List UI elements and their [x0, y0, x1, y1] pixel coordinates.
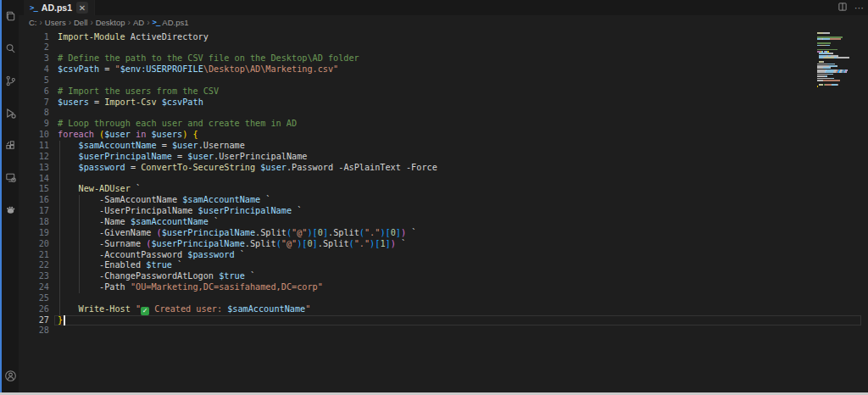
line-number[interactable]: 18 [19, 217, 49, 228]
line-number[interactable]: 22 [19, 260, 49, 271]
breadcrumb-ad[interactable]: AD [133, 18, 144, 27]
line-number[interactable]: 28 [19, 325, 49, 337]
code-line[interactable]: 4$csvPath = "$env:USERPROFILE\Desktop\AD… [19, 64, 868, 75]
code-text: New-ADUser ` [58, 184, 141, 195]
line-number[interactable]: 20 [19, 239, 49, 250]
chevron-right-icon: › [69, 18, 71, 27]
code-line[interactable]: 16 -SamAccountName $samAccountName ` [19, 195, 868, 206]
code-line[interactable]: 11 $samAccountName = $user.Username [19, 141, 868, 152]
line-number[interactable]: 5 [19, 75, 49, 86]
extensions-icon[interactable] [2, 129, 19, 161]
line-number[interactable]: 11 [19, 141, 49, 152]
line-number[interactable]: 3 [19, 53, 49, 64]
text-cursor [64, 315, 65, 326]
code-line[interactable]: 19 -GivenName ($userPrincipalName.Split(… [19, 228, 868, 239]
line-number[interactable]: 19 [19, 228, 49, 239]
line-number[interactable]: 12 [19, 152, 49, 163]
line-number[interactable]: 14 [19, 174, 49, 185]
line-number[interactable]: 13 [19, 163, 49, 174]
code-text: -SamAccountName $samAccountName ` [58, 195, 271, 206]
window-accent-edge [0, 0, 2, 395]
code-line[interactable]: 13 $password = ConvertTo-SecureString $u… [19, 163, 868, 174]
code-text: foreach ($user in $users) { [58, 130, 198, 141]
code-line[interactable]: 25 [19, 293, 868, 304]
code-line[interactable]: 12 $userPrincipalName = $user.UserPrinci… [19, 152, 868, 163]
code-line[interactable]: 18 -Name $samAccountName ` [19, 217, 868, 228]
account-icon[interactable] [2, 359, 19, 392]
line-number[interactable]: 26 [19, 304, 49, 315]
breadcrumb-file[interactable]: AD.ps1 [162, 18, 188, 27]
check-mark-emoji: ✓ [141, 307, 149, 315]
code-line[interactable]: 20 -Surname ($userPrincipalName.Split("@… [19, 239, 868, 250]
code-text: # Import the users from the CSV [58, 86, 219, 97]
code-text: Write-Host "✓ Created user: $samAccountN… [58, 304, 310, 315]
editor-group: >_ AD.ps1 ✕ ⋯ C: › Users › Dell › Deskto… [19, 0, 868, 395]
remote-explorer-icon[interactable] [2, 161, 19, 193]
breadcrumb-drive[interactable]: C: [29, 18, 37, 27]
breadcrumb-dell[interactable]: Dell [74, 18, 87, 27]
chevron-right-icon: › [40, 18, 42, 27]
code-line[interactable]: 8 [19, 108, 868, 119]
line-number[interactable]: 1 [19, 32, 49, 43]
line-number[interactable]: 2 [19, 42, 49, 53]
line-number[interactable]: 25 [19, 293, 49, 304]
breadcrumb-desktop[interactable]: Desktop [96, 18, 125, 27]
code-line[interactable]: 7$users = Import-Csv $csvPath [19, 97, 868, 108]
code-text: -GivenName ($userPrincipalName.Split("@"… [58, 228, 416, 239]
line-number[interactable]: 27 [19, 315, 49, 326]
tab-bar: >_ AD.ps1 ✕ ⋯ [19, 0, 868, 15]
code-line[interactable]: 1Import-Module ActiveDirectory [19, 32, 868, 43]
line-number[interactable]: 10 [19, 130, 49, 141]
code-text: Import-Module ActiveDirectory [58, 32, 209, 43]
code-line[interactable]: 22 -Enabled $true ` [19, 260, 868, 271]
code-editor[interactable]: 1Import-Module ActiveDirectory23# Define… [19, 29, 868, 392]
code-line[interactable]: 9# Loop through each user and create the… [19, 119, 868, 130]
more-actions-icon[interactable]: ⋯ [854, 3, 865, 14]
line-number[interactable]: 7 [19, 97, 49, 108]
search-icon[interactable] [2, 32, 19, 64]
editor-actions: ⋯ [837, 0, 865, 15]
code-line[interactable]: 6# Import the users from the CSV [19, 86, 868, 97]
source-control-icon[interactable] [2, 64, 19, 97]
line-number[interactable]: 4 [19, 64, 49, 75]
close-icon[interactable]: ✕ [76, 2, 88, 14]
line-number[interactable]: 9 [19, 119, 49, 130]
activity-bar [2, 0, 19, 395]
breadcrumb-users[interactable]: Users [45, 18, 66, 27]
code-text: -Enabled $true ` [58, 260, 182, 271]
line-number[interactable]: 8 [19, 108, 49, 119]
line-number[interactable]: 6 [19, 86, 49, 97]
code-line[interactable]: 21 -AccountPassword $password ` [19, 250, 868, 261]
code-text: -Name $samAccountName ` [58, 217, 219, 228]
code-line[interactable]: 2 [19, 42, 868, 53]
code-text: -Surname ($userPrincipalName.Split("@")[… [58, 239, 406, 250]
code-text: $userPrincipalName = $user.UserPrincipal… [58, 152, 307, 163]
code-line[interactable]: 28 [19, 325, 868, 337]
code-line[interactable]: 5 [19, 75, 868, 86]
code-line[interactable]: 17 -UserPrincipalName $userPrincipalName… [19, 206, 868, 217]
code-text: -UserPrincipalName $userPrincipalName ` [58, 206, 302, 217]
code-text: $users = Import-Csv $csvPath [58, 97, 203, 108]
paw-extension-icon[interactable] [2, 193, 19, 225]
line-number[interactable]: 15 [19, 184, 49, 195]
line-number[interactable]: 21 [19, 250, 49, 261]
explorer-icon[interactable] [2, 0, 19, 32]
code-text: $csvPath = "$env:USERPROFILE\Desktop\AD\… [58, 64, 338, 75]
code-text: -Path "OU=Marketing,DC=sasifahamed,DC=co… [58, 282, 323, 293]
code-line[interactable]: 3# Define the path to the CSV file on th… [19, 53, 868, 64]
split-editor-icon[interactable] [837, 0, 848, 15]
code-line[interactable]: 15 New-ADUser ` [19, 184, 868, 195]
tab-adps1[interactable]: >_ AD.ps1 ✕ [24, 0, 95, 15]
code-line[interactable]: 14 [19, 174, 868, 185]
code-line[interactable]: 23 -ChangePasswordAtLogon $true ` [19, 271, 868, 282]
code-line[interactable]: 24 -Path "OU=Marketing,DC=sasifahamed,DC… [19, 282, 868, 293]
line-number[interactable]: 16 [19, 195, 49, 206]
code-line[interactable]: 26 Write-Host "✓ Created user: $samAccou… [19, 304, 868, 315]
current-line-highlight [54, 315, 861, 326]
code-line[interactable]: 10foreach ($user in $users) { [19, 130, 868, 141]
code-text: $password = ConvertTo-SecureString $user… [58, 163, 437, 174]
line-number[interactable]: 24 [19, 282, 49, 293]
line-number[interactable]: 23 [19, 271, 49, 282]
run-debug-icon[interactable] [2, 97, 19, 129]
line-number[interactable]: 17 [19, 206, 49, 217]
